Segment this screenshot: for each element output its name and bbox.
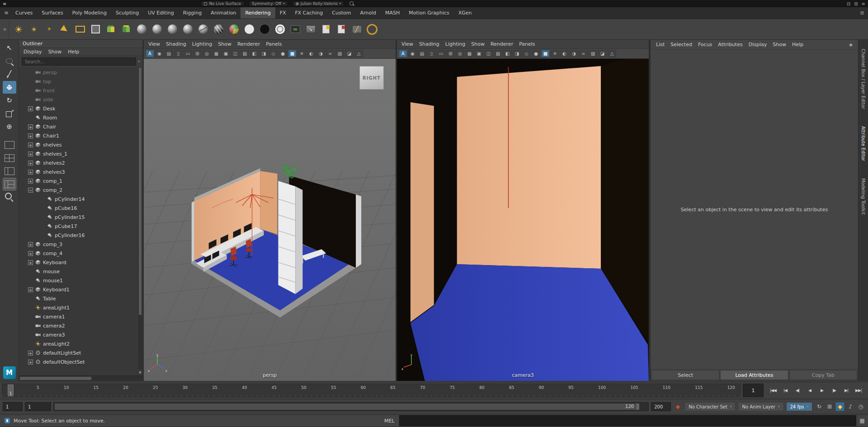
current-frame-field[interactable] <box>743 384 764 397</box>
outliner-item[interactable]: mouse1 <box>19 276 142 285</box>
ramp-shader-icon[interactable] <box>211 22 226 37</box>
step-forward-frame-button[interactable]: ▶| <box>840 385 852 396</box>
outliner-item[interactable]: + shelves3 <box>19 167 142 176</box>
side-panel-tab[interactable]: Attribute Editor <box>861 123 866 164</box>
attribute-editor-menu-item[interactable]: Focus <box>698 42 712 47</box>
shadows-icon[interactable]: ◐ <box>560 50 569 57</box>
viewport-menu-item[interactable]: Lighting <box>192 41 212 47</box>
layout-persp-outliner[interactable] <box>3 165 16 177</box>
script-editor-icon[interactable]: ▦ <box>856 415 868 426</box>
scale-tool[interactable] <box>3 107 16 120</box>
window-menu-icon[interactable]: ≡ <box>3 1 6 6</box>
expand-toggle[interactable]: + <box>28 351 33 356</box>
shelf-tab[interactable]: UV Editing <box>143 7 178 19</box>
maya-logo[interactable]: M <box>3 366 16 379</box>
timeline-ruler[interactable]: 1510152025303540455055606570758085909510… <box>2 384 741 397</box>
select-camera-icon[interactable]: A <box>146 50 154 57</box>
select-tool[interactable] <box>3 42 16 54</box>
expand-toggle[interactable] <box>28 115 33 120</box>
persp-scene[interactable] <box>144 59 396 381</box>
bookmark-icon[interactable]: ▯ <box>174 50 183 57</box>
expand-toggle[interactable]: + <box>28 142 33 147</box>
search-icon[interactable] <box>349 1 355 6</box>
outliner-item[interactable]: camera3 <box>19 330 142 339</box>
expand-toggle[interactable] <box>28 305 33 310</box>
expand-toggle[interactable] <box>28 88 33 93</box>
step-forward-key-button[interactable]: |▶ <box>828 385 840 396</box>
layout-four-panes[interactable] <box>3 152 16 164</box>
shelf-tab[interactable]: FX Caching <box>291 7 328 19</box>
outliner-item[interactable]: mouse <box>19 267 142 276</box>
expand-toggle[interactable] <box>28 278 33 283</box>
expand-toggle[interactable]: + <box>28 179 33 184</box>
toon-outline-icon[interactable] <box>365 22 379 37</box>
viewport-menu-item[interactable]: Show <box>218 41 231 47</box>
step-back-frame-button[interactable]: |◀ <box>779 385 791 396</box>
viewport-menu-item[interactable]: Shading <box>419 41 439 47</box>
expand-toggle[interactable]: + <box>28 360 33 365</box>
set-key-icon[interactable]: ◆ <box>673 402 682 411</box>
point-light-icon[interactable] <box>11 22 26 37</box>
play-forward-button[interactable]: ▶ <box>816 385 828 396</box>
anim-layer-dropdown[interactable]: No Anim Layer ▾ <box>738 402 783 411</box>
shelf-editor-icon[interactable]: ⊞ <box>856 7 868 19</box>
load-attributes-button[interactable]: Load Attributes <box>720 370 788 380</box>
outliner-item[interactable]: camera1 <box>19 312 142 321</box>
outliner-item[interactable]: + defaultObjectSet <box>19 357 142 366</box>
render-setup-icon[interactable] <box>319 22 333 37</box>
safe-title-icon[interactable]: ◨ <box>513 50 521 57</box>
expand-toggle[interactable] <box>28 314 33 319</box>
select-camera-icon[interactable]: A <box>399 50 407 57</box>
layout-two-panes-side-by-side[interactable] <box>3 178 16 190</box>
layered-shader-icon[interactable] <box>226 22 241 37</box>
lasso-tool[interactable] <box>3 55 16 67</box>
textured-mode-icon[interactable]: ▩ <box>541 50 550 57</box>
film-gate-icon[interactable]: ▦ <box>212 50 221 57</box>
shelf-tab[interactable]: FX <box>275 7 291 19</box>
image-plane-icon[interactable]: ▭ <box>437 50 445 57</box>
resolution-gate-icon[interactable]: ▣ <box>475 50 483 57</box>
outliner-item[interactable]: + shelves <box>19 140 142 149</box>
expand-toggle[interactable] <box>40 197 45 202</box>
scrollbar-thumb[interactable] <box>139 68 142 315</box>
use-all-lights-icon[interactable]: ☀ <box>297 50 306 57</box>
paint-texture-icon[interactable] <box>349 22 364 37</box>
mute-sound-icon[interactable]: ♪ <box>846 402 855 411</box>
image-plane-icon[interactable] <box>104 22 118 37</box>
outliner-item[interactable]: pCylinder15 <box>19 213 142 222</box>
attribute-editor-menu-item[interactable]: Display <box>749 42 767 47</box>
convert-to-file-texture-icon[interactable] <box>303 22 318 37</box>
multisample-icon[interactable]: ▨ <box>335 50 344 57</box>
shaded-mode-icon[interactable]: ● <box>278 50 287 57</box>
range-slider-bar[interactable] <box>55 403 637 410</box>
expand-toggle[interactable]: − <box>28 188 33 193</box>
animation-preferences-icon[interactable]: ◷ <box>856 402 865 411</box>
shading-group-icon[interactable] <box>119 22 133 37</box>
gate-mask-icon[interactable]: ◫ <box>231 50 240 57</box>
render-flag-icon[interactable] <box>334 22 349 37</box>
2d-pan-zoom-icon[interactable]: ⊞ <box>446 50 455 57</box>
outliner-item[interactable]: + Keyboard1 <box>19 285 142 294</box>
outliner-item[interactable]: Room <box>19 113 142 122</box>
paint-select-tool[interactable] <box>3 68 16 81</box>
playback-start-field[interactable] <box>25 402 51 411</box>
playback-loop-icon[interactable]: ↻ <box>815 402 824 411</box>
side-panel-tab[interactable]: Modeling Toolkit <box>861 176 866 218</box>
copy-tab-button[interactable]: Copy Tab <box>789 370 857 380</box>
outliner-item[interactable]: + Desk <box>19 104 142 113</box>
shelf-tab[interactable]: Motion Graphics <box>404 7 453 19</box>
textured-mode-icon[interactable]: ▩ <box>288 50 297 57</box>
expand-toggle[interactable] <box>40 206 45 211</box>
attribute-editor-menu-item[interactable]: Selected <box>670 42 692 47</box>
range-slider-handle[interactable] <box>637 403 639 410</box>
outliner-item[interactable]: + comp_4 <box>19 249 142 258</box>
account-button[interactable]: Julian Kelly-Valerio ▾ <box>292 1 344 6</box>
side-panel-tab[interactable]: Channel Box / Layer Editor <box>861 46 866 112</box>
attribute-editor-menu-item[interactable]: Attributes <box>718 42 742 47</box>
outliner-item[interactable]: pCube17 <box>19 222 142 231</box>
outliner-item[interactable]: + comp_3 <box>19 240 142 249</box>
expand-toggle[interactable] <box>40 224 45 229</box>
directional-light-icon[interactable] <box>42 22 57 37</box>
multisample-icon[interactable]: ▨ <box>589 50 597 57</box>
shadows-icon[interactable]: ◐ <box>307 50 316 57</box>
